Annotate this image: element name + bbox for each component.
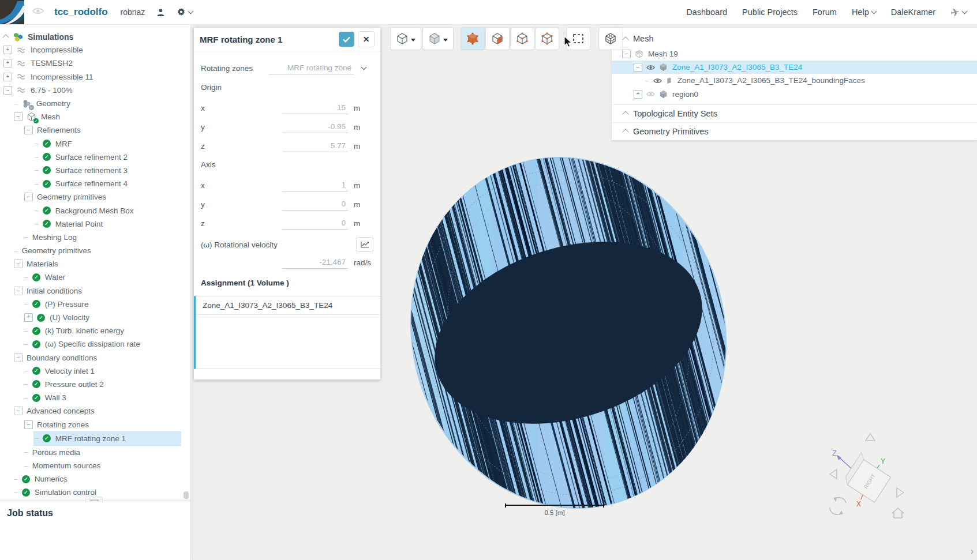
tree-item-surface-refinement-4[interactable]: –✓Surface refinement 4	[0, 177, 190, 190]
velocity-table-chart-button[interactable]	[356, 237, 373, 252]
tree-item--specific-dissipation-rate[interactable]: –✓(ω) Specific dissipation rate	[0, 337, 190, 351]
expand-icon[interactable]: +	[634, 90, 642, 99]
tree-item-numerics[interactable]: –✓Numerics	[0, 472, 190, 486]
section-mesh[interactable]: Mesh	[612, 30, 977, 47]
expand-icon[interactable]: +	[3, 73, 12, 81]
tree-item-background-mesh-box[interactable]: –✓Background Mesh Box	[0, 204, 190, 217]
origin-y-input[interactable]: -0.95	[282, 121, 348, 133]
collapse-icon[interactable]: –	[24, 193, 33, 201]
origin-z-input[interactable]: 5.77	[282, 140, 348, 152]
rotational-velocity-input[interactable]: -21.467	[282, 256, 348, 269]
axis-y-input[interactable]: 0	[282, 198, 348, 211]
tree-item-mesh[interactable]: –✓Mesh	[0, 110, 190, 123]
render-mode-button[interactable]	[423, 28, 453, 50]
nav-username[interactable]: DaleKramer	[891, 7, 935, 17]
select-faces-button[interactable]	[486, 28, 509, 50]
tree-item-rotating-zones[interactable]: –Rotating zones	[0, 418, 190, 431]
tree-item-geometry-primitives[interactable]: –Geometry primitives	[0, 190, 190, 204]
visibility-eye-icon[interactable]	[646, 64, 655, 71]
section-topological-entity-sets[interactable]: Topological Entity Sets	[612, 104, 977, 122]
tree-item-momentum-sources[interactable]: –Momentum sources	[0, 459, 190, 472]
tree-item-tesmesh2[interactable]: +TESMESH2	[0, 57, 190, 70]
orientation-widget[interactable]: Z Y X RIGHT	[819, 428, 918, 529]
select-vertices-button[interactable]	[536, 28, 559, 50]
view-orientation-button[interactable]	[391, 28, 421, 50]
visibility-eye-icon[interactable]	[653, 77, 662, 84]
axis-z-input[interactable]: 0	[282, 217, 348, 230]
user-avatar[interactable]: ✈	[950, 6, 967, 19]
mesh-tree-item-label: Zone_A1_I3073_A2_I3065_B3_TE24	[672, 63, 802, 72]
tree-item-meshing-log[interactable]: –Meshing Log	[0, 231, 190, 244]
collapse-icon[interactable]: –	[24, 126, 33, 134]
collapse-icon[interactable]: –	[14, 260, 23, 268]
collapse-icon[interactable]: –	[24, 420, 33, 429]
geometry-icon: ✓	[22, 99, 32, 108]
tree-item-6-75-100-[interactable]: –6.75 - 100%	[0, 84, 190, 97]
tree-item-geometry[interactable]: –✓Geometry	[0, 97, 190, 110]
mesh-tree-item-zone-a1-i3073-a2-i3065-b3-te24-boundingfaces[interactable]: –Zone_A1_I3073_A2_I3065_B3_TE24_bounding…	[612, 74, 977, 87]
collapse-icon[interactable]: –	[14, 354, 23, 362]
tree-item-initial-conditions[interactable]: –Initial conditions	[0, 284, 190, 298]
tree-item-advanced-concepts[interactable]: –Advanced concepts	[0, 404, 190, 418]
collapse-icon[interactable]: –	[3, 86, 12, 95]
expand-icon[interactable]: +	[3, 46, 12, 54]
job-status-drag-handle[interactable]	[85, 497, 103, 502]
tree-item-surface-refinement-3[interactable]: –✓Surface refinement 3	[0, 164, 190, 177]
select-volumes-button[interactable]	[461, 28, 484, 50]
tree-item--p-pressure[interactable]: –✓(P) Pressure	[0, 298, 190, 311]
tree-item-simulations[interactable]: Simulations	[0, 30, 190, 43]
sidebar-scrollbar-thumb[interactable]	[184, 491, 189, 499]
tree-item-materials[interactable]: –Materials	[0, 257, 190, 270]
rotating-zones-select[interactable]: MRF rotating zone	[268, 62, 354, 74]
tree-item-incompressible-11[interactable]: +Incompressible 11	[0, 70, 190, 84]
tree-item-material-point[interactable]: –✓Material Point	[0, 217, 190, 231]
panel-expand-icon[interactable]: ›	[971, 546, 974, 557]
user-icon[interactable]	[156, 8, 165, 17]
collapse-icon[interactable]: –	[14, 112, 23, 121]
expand-icon[interactable]: +	[3, 59, 12, 67]
tree-item-water[interactable]: –✓Water	[0, 270, 190, 284]
collapse-icon[interactable]: –	[634, 63, 642, 72]
nav-dashboard[interactable]: Dashboard	[686, 7, 727, 17]
tree-item-porous-media[interactable]: –Porous media	[0, 446, 190, 459]
project-settings-gear-icon[interactable]	[177, 7, 193, 17]
collapse-icon[interactable]: –	[14, 287, 23, 295]
tree-item-wall-3[interactable]: –✓Wall 3	[0, 391, 190, 404]
nav-public-projects[interactable]: Public Projects	[742, 7, 798, 17]
tree-item-refinements[interactable]: –Refinements	[0, 123, 190, 137]
simscale-logo[interactable]	[0, 0, 24, 24]
tree-item-boundary-conditions[interactable]: –Boundary conditions	[0, 351, 190, 364]
check-icon: ✓	[43, 140, 51, 148]
select-edges-button[interactable]	[511, 28, 534, 50]
chevron-up-icon[interactable]	[2, 34, 9, 40]
section-geometry-primitives[interactable]: Geometry Primitives	[612, 122, 977, 140]
collapse-icon[interactable]: –	[14, 407, 23, 415]
tree-item-incompressible[interactable]: +Incompressible	[0, 43, 190, 57]
tree-item-pressure-outlet-2[interactable]: –✓Pressure outlet 2	[0, 378, 190, 391]
nav-help[interactable]: Help	[852, 7, 876, 17]
origin-x-input[interactable]: 15	[282, 102, 348, 114]
mesh-tree-item-region0[interactable]: +region0	[612, 88, 977, 101]
chevron-down-icon[interactable]	[354, 67, 373, 69]
assignment-item[interactable]: Zone_A1_I3073_A2_I3065_B3_TE24	[196, 296, 380, 315]
tree-item-surface-refinement-2[interactable]: –✓Surface refinement 2	[0, 151, 190, 164]
visibility-off-eye-icon[interactable]	[646, 91, 655, 97]
project-title[interactable]: tcc_rodolfo	[54, 6, 108, 18]
apply-button[interactable]	[339, 32, 354, 47]
collapse-icon[interactable]: –	[622, 50, 631, 58]
tree-item-label: Geometry primitives	[22, 246, 91, 255]
mesh-tree-item-zone-a1-i3073-a2-i3065-b3-te24[interactable]: –Zone_A1_I3073_A2_I3065_B3_TE24	[612, 61, 977, 74]
close-button[interactable]: ✕	[358, 31, 375, 47]
box-select-button[interactable]	[567, 28, 590, 50]
mesh-tree-item-mesh-19[interactable]: –Mesh 19	[612, 47, 977, 61]
tree-item--u-velocity[interactable]: +✓(U) Velocity	[0, 311, 190, 324]
tree-item-velocity-inlet-1[interactable]: –✓Velocity inlet 1	[0, 364, 190, 378]
expand-icon[interactable]: +	[24, 313, 33, 322]
tree-item-mrf[interactable]: –✓MRF	[0, 137, 190, 151]
tree-item--k-turb-kinetic-energy[interactable]: –✓(k) Turb. kinetic energy	[0, 324, 190, 337]
tree-item-mrf-rotating-zone-1[interactable]: –✓MRF rotating zone 1	[33, 431, 181, 446]
mesh-display-button[interactable]	[599, 28, 622, 50]
tree-item-geometry-primitives[interactable]: –Geometry primitives	[0, 244, 190, 257]
axis-x-input[interactable]: 1	[282, 179, 348, 191]
nav-forum[interactable]: Forum	[813, 7, 837, 17]
